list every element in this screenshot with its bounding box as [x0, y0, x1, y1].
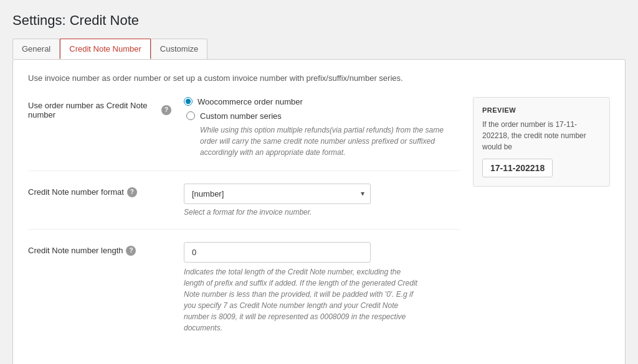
- order-number-row: Use order number as Credit Note number ?…: [28, 97, 460, 158]
- custom-radio-section: Custom number series While using this op…: [186, 111, 460, 158]
- preview-value: 17-11-202218: [482, 159, 553, 177]
- format-control: [number] [number]-[year] [year]-[number]…: [184, 184, 460, 217]
- tab-credit-note-number[interactable]: Credit Note Number: [60, 39, 151, 59]
- custom-note: While using this option multiple refunds…: [200, 124, 460, 158]
- radio-woocommerce[interactable]: Woocommerce order number: [184, 97, 460, 106]
- description-text: Use invoice number as order number or se…: [28, 72, 610, 85]
- format-select-wrapper: [number] [number]-[year] [year]-[number]…: [184, 184, 371, 204]
- order-number-help-icon[interactable]: ?: [161, 105, 171, 115]
- length-label: Credit Note number length ?: [28, 242, 171, 256]
- format-hint: Select a format for the invoice number.: [184, 208, 460, 217]
- footer-bar: Save Credit Note number settings: [28, 361, 610, 365]
- order-number-label: Use order number as Credit Note number ?: [28, 97, 171, 119]
- length-input[interactable]: [184, 242, 371, 263]
- length-control: Indicates the total length of the Credit…: [184, 242, 460, 334]
- tab-general[interactable]: General: [12, 39, 60, 59]
- format-select[interactable]: [number] [number]-[year] [year]-[number]: [184, 184, 371, 204]
- preview-box: PREVIEW If the order number is 17-11-202…: [473, 97, 610, 187]
- page-title: Settings: Credit Note: [12, 12, 626, 29]
- radio-group: Woocommerce order number Custom number s…: [184, 97, 460, 158]
- format-label: Credit Note number format ?: [28, 184, 171, 197]
- radio-custom-input[interactable]: [186, 111, 195, 120]
- order-number-control: Woocommerce order number Custom number s…: [184, 97, 460, 158]
- format-row: Credit Note number format ? [number] [nu…: [28, 184, 460, 217]
- main-layout: Use order number as Credit Note number ?…: [28, 97, 610, 346]
- format-help-icon[interactable]: ?: [127, 187, 137, 197]
- tab-bar: General Credit Note Number Customize: [12, 39, 626, 59]
- divider-2: [28, 229, 460, 230]
- main-content: Use order number as Credit Note number ?…: [28, 97, 460, 346]
- preview-label: PREVIEW: [482, 106, 601, 114]
- length-help-icon[interactable]: ?: [126, 246, 136, 256]
- divider-1: [28, 170, 460, 171]
- preview-desc: If the order number is 17-11-202218, the…: [482, 119, 601, 152]
- settings-card: Use invoice number as order number or se…: [12, 59, 626, 364]
- radio-custom[interactable]: Custom number series: [186, 111, 460, 121]
- length-row: Credit Note number length ? Indicates th…: [28, 242, 460, 334]
- tab-customize[interactable]: Customize: [151, 39, 207, 59]
- length-hint: Indicates the total length of the Credit…: [184, 266, 421, 334]
- radio-woocommerce-input[interactable]: [184, 97, 193, 106]
